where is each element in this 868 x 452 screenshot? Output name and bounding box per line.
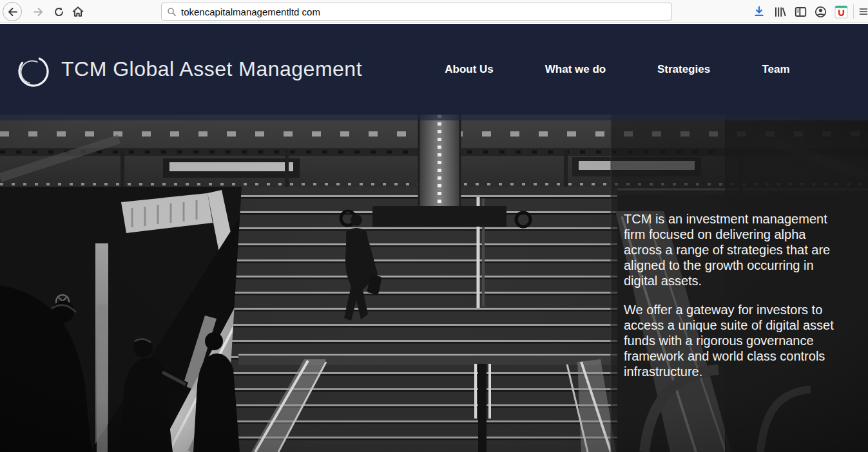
- account-button[interactable]: [813, 4, 828, 19]
- menu-button[interactable]: [859, 4, 868, 19]
- downloads-button[interactable]: [751, 4, 767, 19]
- hero-copy: TCM is an investment management firm foc…: [624, 211, 846, 379]
- hero-paragraph-1: TCM is an investment management firm foc…: [624, 211, 846, 288]
- nav-link-team[interactable]: Team: [762, 24, 789, 115]
- library-button[interactable]: [772, 4, 787, 19]
- download-icon: [753, 6, 765, 17]
- forward-arrow-icon: [33, 6, 44, 17]
- hamburger-menu-icon: [859, 6, 868, 17]
- back-button[interactable]: [3, 2, 22, 21]
- account-icon: [815, 6, 827, 18]
- search-icon: [167, 7, 177, 17]
- address-bar[interactable]: [161, 3, 672, 21]
- extension-button[interactable]: [833, 4, 849, 19]
- nav-link-strategies[interactable]: Strategies: [657, 24, 710, 115]
- site-title[interactable]: TCM Global Asset Management: [61, 24, 362, 115]
- tcm-logo-icon[interactable]: [15, 53, 52, 89]
- url-input[interactable]: [181, 6, 671, 17]
- library-icon: [774, 6, 786, 18]
- sidebar-button[interactable]: [793, 4, 808, 19]
- reload-button[interactable]: [49, 2, 68, 21]
- toolbar-separator: [853, 5, 854, 19]
- hero-top-shade: [0, 115, 868, 120]
- nav-link-what-we-do[interactable]: What we do: [545, 24, 606, 115]
- hero-section: TCM is an investment management firm foc…: [0, 115, 868, 452]
- browser-window: TCM Global Asset Management About Us Wha…: [0, 0, 868, 452]
- site-header: TCM Global Asset Management About Us Wha…: [0, 24, 868, 115]
- hero-paragraph-2: We offer a gateway for investors to acce…: [624, 302, 846, 379]
- home-button[interactable]: [68, 2, 88, 21]
- browser-toolbar: [0, 0, 868, 23]
- sidebar-icon: [795, 6, 807, 18]
- reload-icon: [53, 6, 64, 17]
- home-icon: [72, 6, 84, 17]
- back-arrow-icon: [7, 6, 18, 17]
- forward-button[interactable]: [28, 2, 48, 21]
- nav-link-about-us[interactable]: About Us: [445, 24, 494, 115]
- shopping-extension-icon: [834, 5, 848, 19]
